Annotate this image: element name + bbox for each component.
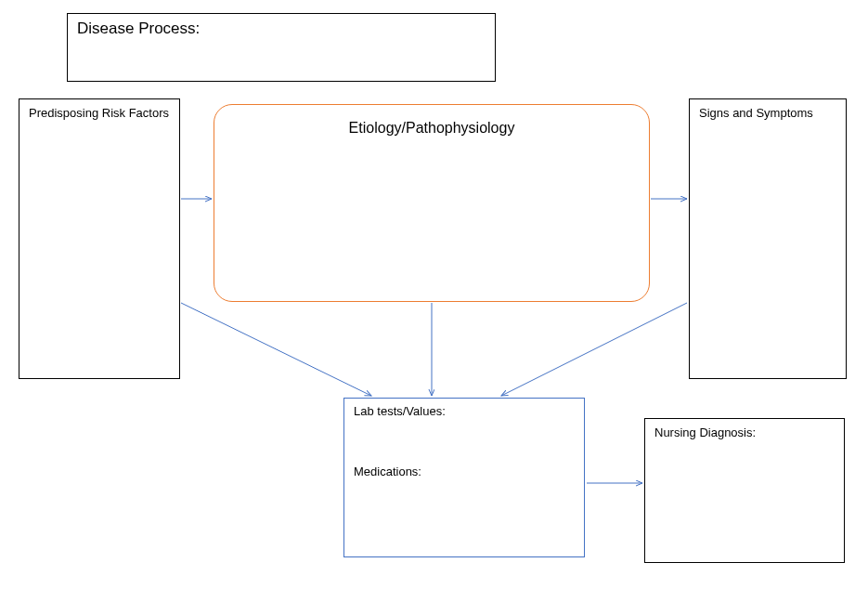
arrow-signs-to-lab bbox=[501, 303, 687, 396]
etiology-box: Etiology/Pathophysiology bbox=[214, 104, 650, 302]
nursing-diagnosis-box: Nursing Diagnosis: bbox=[644, 418, 845, 563]
disease-process-box: Disease Process: bbox=[67, 13, 496, 82]
arrow-risk-to-lab bbox=[181, 303, 371, 396]
nursing-diagnosis-label: Nursing Diagnosis: bbox=[654, 425, 756, 439]
signs-symptoms-box: Signs and Symptoms bbox=[689, 98, 847, 379]
medications-label: Medications: bbox=[354, 465, 575, 478]
risk-factors-box: Predisposing Risk Factors bbox=[19, 98, 180, 379]
lab-tests-label: Lab tests/Values: bbox=[354, 404, 575, 418]
signs-symptoms-label: Signs and Symptoms bbox=[699, 106, 813, 120]
lab-medications-box: Lab tests/Values: Medications: bbox=[343, 398, 585, 557]
etiology-label: Etiology/Pathophysiology bbox=[224, 120, 640, 137]
risk-factors-label: Predisposing Risk Factors bbox=[29, 106, 169, 120]
disease-process-label: Disease Process: bbox=[77, 20, 200, 37]
